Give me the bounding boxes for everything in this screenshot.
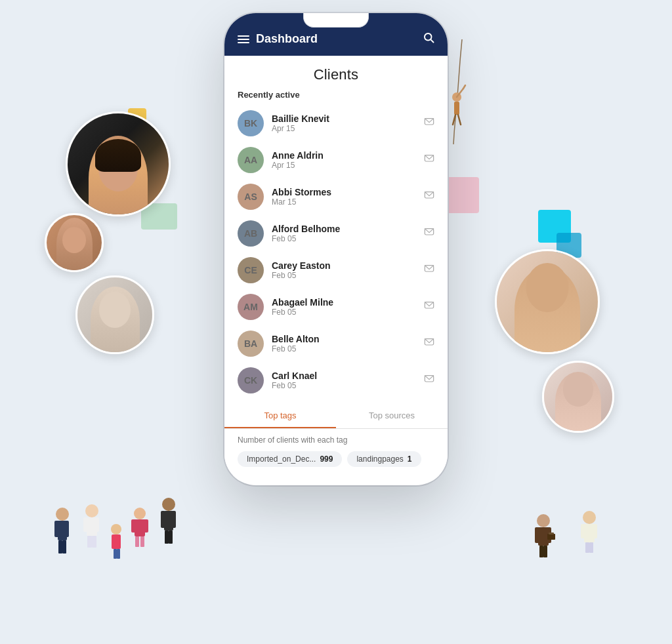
message-icon[interactable] (424, 264, 434, 277)
client-avatar: AB (238, 220, 264, 247)
tab-top-sources[interactable]: Top sources (336, 404, 448, 428)
tag-label: Imported_on_Dec... (247, 454, 316, 464)
svg-rect-48 (581, 524, 586, 538)
tag-label: landingpages (356, 454, 403, 464)
svg-rect-42 (547, 534, 555, 540)
client-avatar: AM (238, 294, 264, 320)
message-icon[interactable] (424, 117, 434, 130)
client-date: Feb 05 (272, 381, 416, 390)
svg-point-26 (134, 508, 146, 519)
message-icon[interactable] (424, 190, 434, 203)
client-item[interactable]: CK Carl Knael Feb 05 (224, 362, 448, 399)
svg-rect-25 (117, 549, 120, 559)
svg-rect-49 (592, 524, 597, 538)
client-name: Alford Belhome (272, 224, 416, 234)
tab-top-tags[interactable]: Top tags (224, 404, 336, 428)
avatar-man-left (45, 213, 104, 272)
client-date: Feb 05 (272, 271, 416, 280)
svg-rect-44 (539, 546, 543, 557)
figures-left (39, 493, 184, 611)
message-icon[interactable] (424, 337, 434, 350)
client-info: Belle Alton Feb 05 (272, 334, 416, 353)
message-icon[interactable] (424, 227, 434, 240)
client-date: Apr 15 (272, 124, 416, 133)
client-name: Belle Alton (272, 334, 416, 344)
tag-chip[interactable]: landingpages1 (347, 451, 421, 467)
menu-icon[interactable] (238, 35, 249, 43)
figures-right (528, 506, 633, 605)
phone-notch (303, 13, 369, 28)
page-title: Clients (224, 66, 448, 83)
svg-rect-51 (589, 542, 593, 553)
tags-description: Number of clients with each tag (238, 435, 434, 445)
client-info: Abagael Milne Feb 05 (272, 297, 416, 317)
deco-pink (446, 177, 479, 213)
svg-rect-15 (62, 540, 66, 553)
svg-rect-18 (83, 517, 89, 532)
message-icon[interactable] (424, 374, 434, 387)
client-name: Anne Aldrin (272, 150, 416, 161)
svg-rect-29 (143, 519, 148, 533)
svg-point-46 (583, 511, 596, 524)
svg-point-16 (85, 504, 98, 517)
client-avatar: CK (238, 367, 264, 393)
avatar-large-woman (66, 111, 171, 216)
svg-rect-34 (161, 511, 165, 528)
svg-rect-12 (54, 521, 60, 537)
client-avatar: CE (238, 257, 264, 283)
client-info: Baillie Knevit Apr 15 (272, 113, 416, 133)
client-info: Alford Belhome Feb 05 (272, 224, 416, 243)
figures-svg-right (528, 506, 633, 605)
client-info: Abbi Stormes Mar 15 (272, 187, 416, 207)
client-info: Carey Easton Feb 05 (272, 260, 416, 280)
client-avatar: AS (238, 184, 264, 210)
client-avatar: AA (238, 147, 264, 173)
svg-rect-19 (94, 517, 99, 532)
client-item[interactable]: AA Anne Aldrin Apr 15 (224, 142, 448, 178)
client-item[interactable]: AS Abbi Stormes Mar 15 (224, 178, 448, 215)
header-title: Dashboard (256, 32, 318, 46)
svg-rect-20 (87, 536, 92, 548)
svg-line-54 (463, 85, 465, 89)
client-date: Apr 15 (272, 161, 416, 170)
client-item[interactable]: AB Alford Belhome Feb 05 (224, 215, 448, 252)
svg-point-32 (162, 498, 175, 511)
tag-chips: Imported_on_Dec...999landingpages1 (238, 451, 434, 467)
message-icon[interactable] (424, 300, 434, 313)
client-name: Carl Knael (272, 371, 416, 381)
search-icon[interactable] (423, 31, 434, 47)
client-date: Feb 05 (272, 344, 416, 353)
svg-point-22 (111, 524, 121, 534)
svg-rect-28 (131, 519, 136, 533)
tabs: Top tags Top sources (224, 404, 448, 429)
section-label: Recently active (224, 90, 448, 105)
avatar-woman-right (542, 361, 614, 433)
svg-rect-50 (585, 542, 589, 553)
svg-rect-55 (454, 102, 459, 115)
svg-rect-35 (171, 511, 176, 528)
phone-mockup: Dashboard Clients Recently active BK Bai… (224, 13, 448, 485)
svg-line-57 (458, 115, 461, 125)
svg-rect-43 (549, 533, 554, 534)
svg-rect-36 (165, 531, 169, 544)
client-item[interactable]: CE Carey Easton Feb 05 (224, 252, 448, 289)
client-item[interactable]: BA Belle Alton Feb 05 (224, 325, 448, 362)
svg-point-38 (537, 514, 550, 527)
message-icon[interactable] (424, 153, 434, 167)
client-date: Feb 05 (272, 234, 416, 243)
client-date: Feb 05 (272, 308, 416, 317)
svg-rect-45 (543, 546, 547, 557)
svg-rect-21 (92, 536, 96, 548)
client-info: Carl Knael Feb 05 (272, 371, 416, 390)
client-list: BK Baillie Knevit Apr 15 AA Anne Aldrin … (224, 105, 448, 399)
svg-rect-37 (169, 531, 173, 544)
svg-rect-14 (58, 540, 62, 553)
avatar-older-man (75, 275, 154, 354)
svg-rect-30 (135, 536, 139, 547)
svg-rect-24 (114, 549, 117, 559)
climbing-figure (439, 39, 478, 157)
tag-chip[interactable]: Imported_on_Dec...999 (238, 451, 342, 467)
client-item[interactable]: BK Baillie Knevit Apr 15 (224, 105, 448, 142)
client-info: Anne Aldrin Apr 15 (272, 150, 416, 170)
client-item[interactable]: AM Abagael Milne Feb 05 (224, 289, 448, 325)
